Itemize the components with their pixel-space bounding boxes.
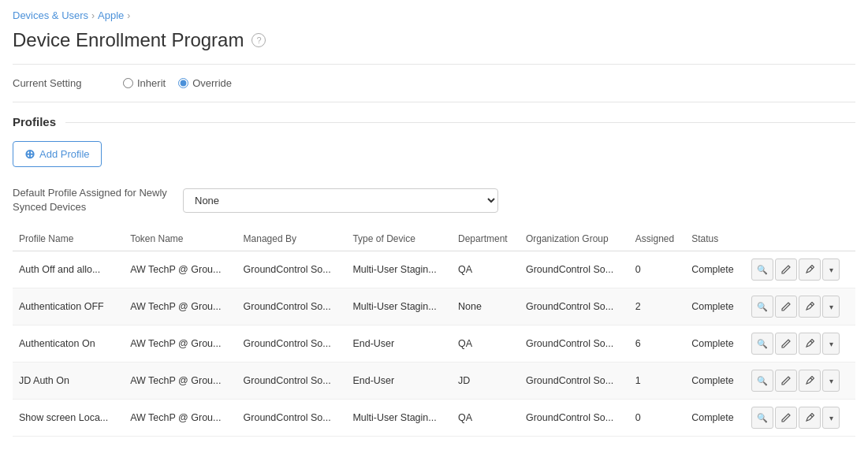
pencil-action-button[interactable] bbox=[799, 333, 821, 355]
table-row: JD Auth OnAW TechP @ Grou...GroundContro… bbox=[13, 363, 855, 400]
profiles-header-line bbox=[65, 122, 855, 123]
table-container: Profile Name Token Name Managed By Type … bbox=[13, 227, 855, 437]
cell-token_name: AW TechP @ Grou... bbox=[124, 251, 237, 288]
dropdown-action-button[interactable]: ▾ bbox=[822, 333, 840, 355]
search-action-button[interactable]: 🔍 bbox=[751, 407, 773, 429]
cell-organization_group: GroundControl So... bbox=[520, 325, 629, 363]
cell-type_of_device: End-User bbox=[346, 363, 452, 400]
cell-department: QA bbox=[452, 325, 520, 363]
cell-status: Complete bbox=[685, 251, 745, 288]
pencil-action-button[interactable] bbox=[799, 370, 821, 392]
action-cell: 🔍▾ bbox=[751, 258, 849, 281]
cell-organization_group: GroundControl So... bbox=[520, 288, 629, 325]
cell-actions: 🔍▾ bbox=[745, 251, 855, 288]
edit-action-button[interactable] bbox=[775, 296, 797, 318]
page-title: Device Enrollment Program bbox=[13, 29, 244, 51]
cell-token_name: AW TechP @ Grou... bbox=[124, 363, 237, 400]
cell-profile_name: Authenticaton On bbox=[13, 325, 124, 363]
table-header-row: Profile Name Token Name Managed By Type … bbox=[13, 227, 855, 251]
add-profile-button[interactable]: ⊕ Add Profile bbox=[13, 141, 102, 167]
cell-type_of_device: Multi-User Stagin... bbox=[346, 288, 452, 325]
col-token-name: Token Name bbox=[124, 227, 237, 251]
inherit-radio[interactable] bbox=[123, 78, 133, 88]
edit-action-button[interactable] bbox=[775, 407, 797, 429]
inherit-option[interactable]: Inherit bbox=[123, 77, 166, 89]
cell-status: Complete bbox=[685, 325, 745, 363]
action-cell: 🔍▾ bbox=[751, 296, 849, 318]
cell-profile_name: Authentication OFF bbox=[13, 288, 124, 325]
search-action-button[interactable]: 🔍 bbox=[751, 258, 773, 281]
col-type-of-device: Type of Device bbox=[346, 227, 452, 251]
profiles-title: Profiles bbox=[13, 115, 56, 128]
col-managed-by: Managed By bbox=[237, 227, 347, 251]
cell-assigned: 6 bbox=[629, 325, 685, 363]
dropdown-action-button[interactable]: ▾ bbox=[822, 407, 840, 429]
edit-action-button[interactable] bbox=[775, 258, 797, 281]
cell-status: Complete bbox=[685, 363, 745, 400]
search-action-button[interactable]: 🔍 bbox=[751, 370, 773, 392]
table-row: Auth Off and allo...AW TechP @ Grou...Gr… bbox=[13, 251, 855, 288]
radio-group: Inherit Override bbox=[123, 77, 232, 89]
cell-actions: 🔍▾ bbox=[745, 325, 855, 363]
add-icon: ⊕ bbox=[24, 147, 35, 162]
cell-assigned: 0 bbox=[629, 251, 685, 288]
cell-department: QA bbox=[452, 251, 520, 288]
cell-type_of_device: Multi-User Stagin... bbox=[346, 251, 452, 288]
search-action-button[interactable]: 🔍 bbox=[751, 333, 773, 355]
edit-action-button[interactable] bbox=[775, 333, 797, 355]
cell-token_name: AW TechP @ Grou... bbox=[124, 325, 237, 363]
table-row: Authenticaton OnAW TechP @ Grou...Ground… bbox=[13, 325, 855, 363]
cell-managed_by: GroundControl So... bbox=[237, 251, 347, 288]
cell-assigned: 0 bbox=[629, 400, 685, 437]
col-organization-group: Organization Group bbox=[520, 227, 629, 251]
action-cell: 🔍▾ bbox=[751, 333, 849, 355]
col-actions bbox=[745, 227, 855, 251]
table-row: Authentication OFFAW TechP @ Grou...Grou… bbox=[13, 288, 855, 325]
pencil-action-button[interactable] bbox=[799, 296, 821, 318]
inherit-label: Inherit bbox=[137, 77, 166, 89]
cell-organization_group: GroundControl So... bbox=[520, 363, 629, 400]
override-option[interactable]: Override bbox=[178, 77, 232, 89]
pencil-action-button[interactable] bbox=[799, 407, 821, 429]
dropdown-action-button[interactable]: ▾ bbox=[822, 296, 840, 318]
cell-department: JD bbox=[452, 363, 520, 400]
cell-department: QA bbox=[452, 400, 520, 437]
default-profile-label: Default Profile Assigned for Newly Synce… bbox=[13, 186, 170, 214]
default-profile-row: Default Profile Assigned for Newly Synce… bbox=[0, 180, 868, 227]
default-profile-select[interactable]: None bbox=[183, 188, 498, 213]
add-profile-label: Add Profile bbox=[39, 148, 90, 160]
cell-profile_name: Show screen Loca... bbox=[13, 400, 124, 437]
cell-assigned: 2 bbox=[629, 288, 685, 325]
current-setting-row: Current Setting Inherit Override bbox=[0, 65, 868, 102]
col-profile-name: Profile Name bbox=[13, 227, 124, 251]
breadcrumb-apple[interactable]: Apple bbox=[98, 9, 124, 21]
breadcrumb-devices-users[interactable]: Devices & Users bbox=[13, 9, 88, 21]
cell-profile_name: JD Auth On bbox=[13, 363, 124, 400]
table-header: Profile Name Token Name Managed By Type … bbox=[13, 227, 855, 251]
pencil-action-button[interactable] bbox=[799, 258, 821, 281]
col-status: Status bbox=[685, 227, 745, 251]
breadcrumb-separator-1: › bbox=[91, 10, 95, 21]
current-setting-label: Current Setting bbox=[13, 77, 107, 89]
cell-actions: 🔍▾ bbox=[745, 288, 855, 325]
col-assigned: Assigned bbox=[629, 227, 685, 251]
action-cell: 🔍▾ bbox=[751, 370, 849, 392]
table-row: Show screen Loca...AW TechP @ Grou...Gro… bbox=[13, 400, 855, 437]
help-icon[interactable]: ? bbox=[251, 33, 266, 47]
profiles-header: Profiles bbox=[0, 102, 868, 138]
cell-managed_by: GroundControl So... bbox=[237, 288, 347, 325]
cell-organization_group: GroundControl So... bbox=[520, 251, 629, 288]
cell-actions: 🔍▾ bbox=[745, 400, 855, 437]
override-radio[interactable] bbox=[178, 78, 188, 88]
dropdown-action-button[interactable]: ▾ bbox=[822, 258, 840, 281]
page-title-row: Device Enrollment Program ? bbox=[0, 26, 868, 64]
cell-type_of_device: End-User bbox=[346, 325, 452, 363]
cell-token_name: AW TechP @ Grou... bbox=[124, 288, 237, 325]
search-action-button[interactable]: 🔍 bbox=[751, 296, 773, 318]
breadcrumb-separator-2: › bbox=[127, 10, 130, 21]
dropdown-action-button[interactable]: ▾ bbox=[822, 370, 840, 392]
edit-action-button[interactable] bbox=[775, 370, 797, 392]
profiles-table: Profile Name Token Name Managed By Type … bbox=[13, 227, 855, 437]
table-body: Auth Off and allo...AW TechP @ Grou...Gr… bbox=[13, 251, 855, 437]
cell-status: Complete bbox=[685, 288, 745, 325]
